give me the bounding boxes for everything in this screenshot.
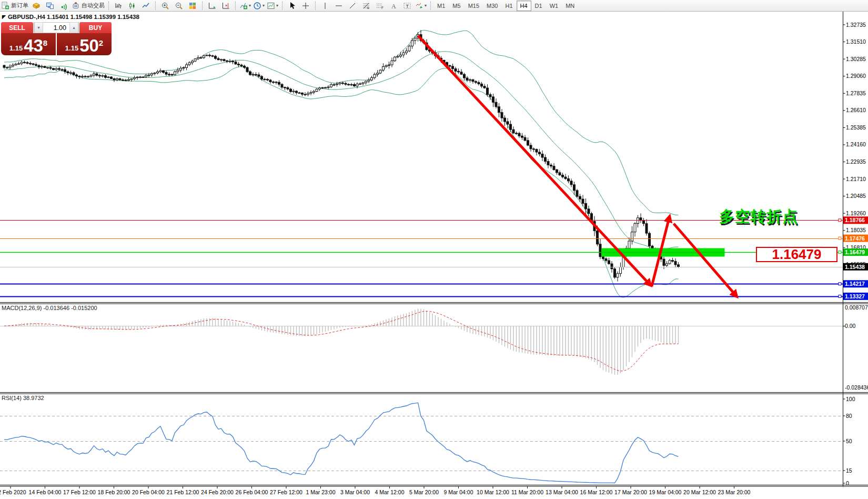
candle-chart-button[interactable] xyxy=(125,1,139,11)
templates-button[interactable]: ▾ xyxy=(266,1,279,11)
svg-text:1.17476: 1.17476 xyxy=(845,235,865,242)
svg-text:1.31510: 1.31510 xyxy=(846,38,866,45)
svg-text:1.13327: 1.13327 xyxy=(845,293,865,300)
volume-decrease-icon[interactable]: ▼ xyxy=(34,22,43,33)
svg-text:1.20485: 1.20485 xyxy=(846,193,866,199)
chart-shift-button[interactable] xyxy=(219,1,233,11)
toolbar: 新订单自动交易▾▾▾EFAT▾M1M5M15M30H1H4D1W1MN xyxy=(0,0,868,12)
market-watch-button[interactable] xyxy=(43,1,57,11)
volume-increase-icon[interactable]: ▲ xyxy=(69,22,78,33)
volume-value[interactable]: 1.00 xyxy=(43,24,69,32)
volume-field[interactable]: ▼ 1.00 ▲ xyxy=(34,22,79,33)
tf-mn[interactable]: MN xyxy=(562,1,578,11)
tf-h1[interactable]: H1 xyxy=(501,1,516,11)
toolbar-separator xyxy=(315,2,316,10)
dropdown-arrow-icon[interactable]: ▾ xyxy=(425,3,427,8)
svg-text:E: E xyxy=(367,6,369,9)
buy-button[interactable]: BUY xyxy=(79,22,112,33)
svg-text:11 Mar 20:00: 11 Mar 20:00 xyxy=(511,489,543,495)
sell-price-big: 43 xyxy=(24,38,43,54)
dropdown-arrow-icon[interactable]: ▾ xyxy=(276,3,278,8)
key-level-price-label: 1.16479 xyxy=(756,247,837,262)
gold-box-icon xyxy=(32,2,41,10)
bar-chart-icon xyxy=(114,2,123,10)
vline-button[interactable] xyxy=(318,1,332,11)
candle-chart-icon xyxy=(128,2,136,10)
svg-text:18 Feb 20:00: 18 Feb 20:00 xyxy=(98,489,130,495)
cursor-button[interactable] xyxy=(285,1,299,11)
label-button[interactable]: T xyxy=(400,1,414,11)
tf-h4[interactable]: H4 xyxy=(517,1,531,11)
tile-windows-icon xyxy=(188,2,197,10)
svg-text:14 Feb 04:00: 14 Feb 04:00 xyxy=(29,489,62,495)
line-chart-button[interactable] xyxy=(139,1,153,11)
svg-text:23 Mar 20:00: 23 Mar 20:00 xyxy=(718,489,751,495)
svg-text:100: 100 xyxy=(846,396,855,402)
tf-m5[interactable]: M5 xyxy=(449,1,464,11)
dropdown-arrow-icon[interactable]: ▾ xyxy=(249,3,251,8)
tile-windows-button[interactable] xyxy=(186,1,199,11)
text-button[interactable]: A xyxy=(387,1,400,11)
svg-text:F: F xyxy=(381,6,383,9)
fibo-icon: E xyxy=(362,2,370,10)
sell-price-pip: 8 xyxy=(43,33,47,53)
svg-text:1.30285: 1.30285 xyxy=(846,56,866,62)
sell-button[interactable]: SELL xyxy=(1,22,33,33)
svg-text:16 Mar 12:00: 16 Mar 12:00 xyxy=(580,489,613,495)
tf-m1[interactable]: M1 xyxy=(433,1,449,11)
new-order-button-label: 新订单 xyxy=(11,2,28,9)
tf-d1[interactable]: D1 xyxy=(531,1,546,11)
svg-text:1.25385: 1.25385 xyxy=(846,124,866,131)
zoom-in-button[interactable] xyxy=(158,1,172,11)
history-center-button[interactable] xyxy=(29,1,43,11)
hline-button[interactable] xyxy=(332,1,346,11)
svg-text:1.16479: 1.16479 xyxy=(845,249,865,255)
new-order-button[interactable]: 新订单 xyxy=(0,1,29,11)
svg-text:13 Mar 04:00: 13 Mar 04:00 xyxy=(546,489,578,495)
svg-text:19 Mar 04:00: 19 Mar 04:00 xyxy=(649,489,682,495)
line-chart-icon xyxy=(142,2,150,10)
sell-price-button[interactable]: 1.15 43 8 xyxy=(1,33,56,55)
trendline-button[interactable] xyxy=(346,1,359,11)
svg-text:5 Mar 20:00: 5 Mar 20:00 xyxy=(409,489,439,495)
signal-icon xyxy=(59,2,68,10)
indicators-button[interactable]: ▾ xyxy=(238,1,252,11)
zoom-out-button[interactable] xyxy=(172,1,186,11)
signals-button[interactable] xyxy=(57,1,70,11)
tf-m15[interactable]: M15 xyxy=(465,1,483,11)
autotrade-button[interactable]: 自动交易 xyxy=(70,1,106,11)
svg-text:1.26610: 1.26610 xyxy=(846,107,866,113)
svg-text:20 Mar 12:00: 20 Mar 12:00 xyxy=(683,489,716,495)
trendline-icon xyxy=(348,2,357,10)
svg-text:1.32735: 1.32735 xyxy=(846,22,866,28)
arrows-button[interactable]: ▾ xyxy=(414,1,428,11)
toolbar-separator xyxy=(108,2,109,10)
svg-text:A: A xyxy=(391,2,396,9)
crosshair-button[interactable] xyxy=(299,1,312,11)
svg-text:1.14217: 1.14217 xyxy=(845,281,865,287)
chart-corner-icon: ◤ xyxy=(2,14,6,19)
channel-button[interactable]: F xyxy=(373,1,387,11)
svg-text:50: 50 xyxy=(846,438,852,444)
crosshair-icon xyxy=(301,2,310,10)
mt4-window: { "header": { "title": "GBPUSD-,H4 1.154… xyxy=(0,0,868,499)
template-icon xyxy=(267,2,275,10)
tf-m30[interactable]: M30 xyxy=(483,1,501,11)
periods-button[interactable]: ▾ xyxy=(252,1,266,11)
chart-canvas[interactable]: 1.327351.315101.302851.290601.278351.266… xyxy=(0,11,868,499)
svg-text:0: 0 xyxy=(846,480,849,486)
auto-scroll-button[interactable] xyxy=(205,1,219,11)
tf-w1[interactable]: W1 xyxy=(546,1,562,11)
svg-text:1.18766: 1.18766 xyxy=(845,217,865,223)
hline-icon xyxy=(335,2,343,10)
arrow-shapes-icon xyxy=(415,2,423,10)
toolbar-separator xyxy=(235,2,236,10)
fibo-button[interactable]: E xyxy=(359,1,373,11)
buy-price-button[interactable]: 1.15 50 2 xyxy=(57,33,112,55)
dropdown-arrow-icon[interactable]: ▾ xyxy=(263,3,265,8)
buy-price-pip: 2 xyxy=(99,33,103,53)
rsi-indicator-label: RSI(14) 38.9732 xyxy=(2,395,44,401)
bar-chart-button[interactable] xyxy=(112,1,125,11)
svg-text:20 Feb 04:00: 20 Feb 04:00 xyxy=(132,489,165,495)
toolbar-separator xyxy=(430,2,431,10)
